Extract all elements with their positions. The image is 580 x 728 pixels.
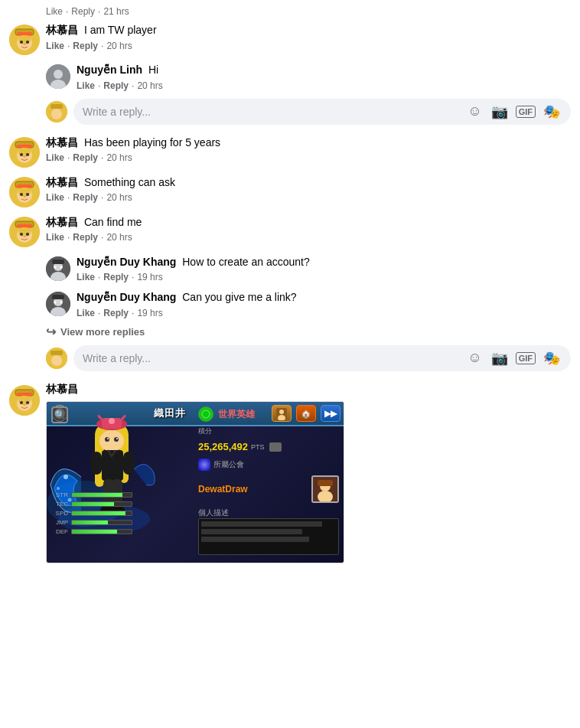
reply-button[interactable]: Reply [73,41,98,51]
svg-rect-32 [17,224,32,227]
reply-time: 19 hrs [137,272,162,282]
svg-point-19 [20,153,23,156]
svg-point-5 [20,41,23,44]
top-action-row: Like · Reply · 21 hrs [9,6,571,17]
gif-button[interactable]: GIF [516,106,536,118]
svg-point-36 [26,233,29,236]
comment-username[interactable]: 林慕昌 [46,136,78,149]
reply-indent: Nguyễn Linh Hi Like · Reply · 20 hrs [46,61,571,125]
svg-rect-47 [52,295,64,299]
stat-tec-bar [71,501,132,507]
svg-point-52 [51,355,62,366]
stat-def: DEF [50,528,132,535]
svg-point-28 [26,193,29,196]
comment-text: 林慕昌 Has been playing for 5 years [46,135,571,151]
stat-spd: SPD [50,510,132,517]
action-bar: Like · Reply · 20 hrs [46,192,571,203]
reply-button[interactable]: Reply [73,232,98,243]
reply-placeholder-2[interactable]: Write a reply... [83,352,460,364]
reply-action-bar: Like · Reply · 20 hrs [77,80,571,91]
camera-icon-2[interactable]: 📷 [490,350,510,367]
svg-point-29 [24,196,26,198]
comment-username[interactable]: 林慕昌 [46,176,78,188]
comment-username[interactable]: 林慕昌 [46,216,78,228]
score-value-row: 25,265,492 PTS [198,441,339,452]
comment-time: 20 hrs [106,192,132,203]
reply-button[interactable]: Reply [73,152,98,163]
comment-username[interactable]: 林慕昌 [46,24,78,36]
desc-section: 個人描述 [198,508,339,555]
reply-avatar [46,292,70,316]
gif-button-2[interactable]: GIF [516,352,536,364]
reply-action-bar: Like · Reply · 19 hrs [77,272,571,282]
reply-reply-button[interactable]: Reply [103,80,129,91]
stat-str-bar [71,492,132,498]
sticker-icon-2[interactable]: 🎭 [542,350,562,367]
camera-icon[interactable]: 📷 [490,103,510,120]
like-button[interactable]: Like [46,192,64,203]
svg-point-21 [24,156,26,158]
reply-username[interactable]: Nguyễn Duy Khang [77,291,176,303]
comment-row: 林慕昌 Can find me Like · Reply · 20 hrs [9,214,571,249]
svg-point-27 [20,193,23,196]
reply-text: Nguyễn Linh Hi [77,63,571,78]
stat-jmp: JMP [50,519,132,526]
action-bar: Like · Reply · 20 hrs [46,232,571,243]
comment-row: 林慕昌 I am TW player Like · Reply · 20 hrs [9,21,571,57]
comment-row: 林慕昌 Has been playing for 5 years Like · … [9,134,571,169]
top-reply-button[interactable]: Reply [71,6,95,17]
svg-rect-94 [318,480,333,486]
comment-body: 林慕昌 Has been playing for 5 years Like · … [46,135,571,164]
reply-input-row: Write a reply... ☺ 📷 GIF 🎭 [46,99,571,125]
sticker-icon[interactable]: 🎭 [542,103,562,120]
svg-rect-24 [17,184,32,188]
reply-username[interactable]: Nguyễn Linh [77,64,142,76]
reply-input-avatar [46,101,67,122]
reply-like-button[interactable]: Like [77,308,95,318]
svg-point-6 [26,41,29,44]
comment-time: 20 hrs [106,41,132,51]
reply-message: Can you give me a link? [182,291,296,303]
svg-rect-2 [17,32,32,35]
like-button[interactable]: Like [46,41,64,51]
svg-point-87 [57,487,60,490]
comment-message: I am TW player [84,24,157,36]
emoji-icon-2[interactable]: ☺ [466,350,483,366]
reply-reply-button[interactable]: Reply [103,308,129,318]
score-pts: PTS [251,443,265,451]
view-more-replies-button[interactable]: ↪ View more replies [46,325,571,339]
game-screenshot: ↺ 織田井 🏠 ▶▶ [47,402,344,563]
svg-point-37 [24,236,26,237]
svg-point-86 [64,475,68,479]
svg-point-58 [20,401,23,404]
avatar [9,385,40,416]
reply-input-box-2[interactable]: Write a reply... ☺ 📷 GIF 🎭 [73,345,571,371]
stat-str: STR [50,491,132,498]
reply-username[interactable]: Nguyễn Duy Khang [77,256,176,268]
svg-point-78 [116,438,118,439]
world-hero-text: 世界英雄 [218,408,255,421]
reply-message: Hi [148,64,158,76]
reply-input-box[interactable]: Write a reply... ☺ 📷 GIF 🎭 [73,99,571,125]
game-screenshot-container: ↺ 織田井 🏠 ▶▶ [46,401,344,563]
reply-body: Nguyễn Linh Hi Like · Reply · 20 hrs [77,63,571,91]
reply-reply-button[interactable]: Reply [103,272,129,282]
view-more-text[interactable]: View more replies [60,326,145,338]
reply-like-button[interactable]: Like [77,80,95,91]
guild-icon [198,459,210,471]
like-button[interactable]: Like [46,232,64,243]
reply-placeholder[interactable]: Write a reply... [83,106,460,118]
reply-button[interactable]: Reply [73,192,98,203]
comment-text: 林慕昌 Something can ask [46,175,571,191]
comment-body: 林慕昌 Can find me Like · Reply · 20 hrs [46,215,571,243]
screenshot-username[interactable]: 林慕昌 [46,383,78,395]
like-button[interactable]: Like [46,152,64,163]
emoji-icon[interactable]: ☺ [466,103,483,119]
comment-text: 林慕昌 Can find me [46,215,571,230]
svg-rect-41 [52,260,64,264]
reply-like-button[interactable]: Like [77,272,95,282]
reply-row: Nguyễn Linh Hi Like · Reply · 20 hrs [46,61,571,93]
top-like-button[interactable]: Like [46,6,63,17]
svg-rect-34 [18,227,31,237]
avatar [9,137,40,168]
